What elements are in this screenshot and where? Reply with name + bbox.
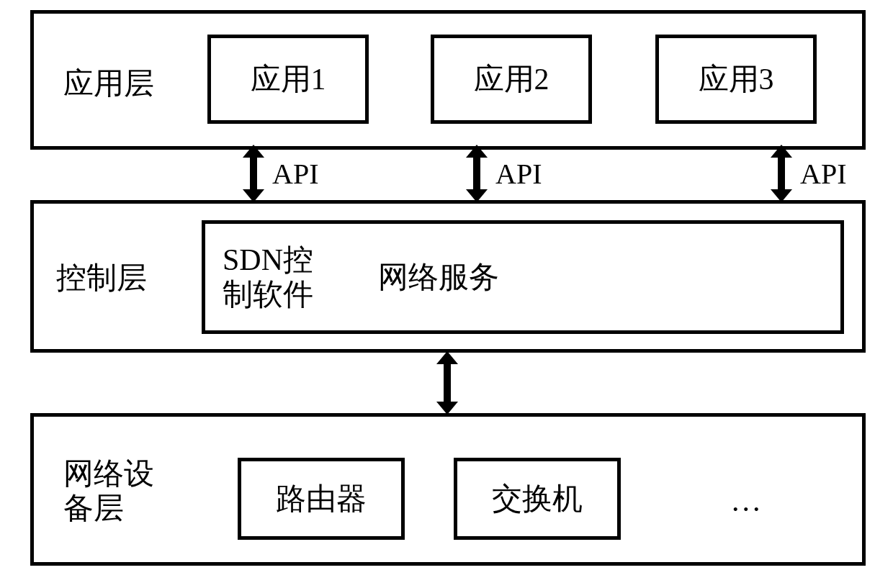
network-service-label: 网络服务 [378, 260, 499, 294]
device-layer-title: 网络设 备层 [63, 456, 154, 526]
api-label-3: API [800, 157, 846, 191]
control-inner-box: SDN控 制软件 网络服务 [202, 220, 844, 334]
router-label: 路由器 [276, 481, 367, 516]
control-device-arrow [436, 351, 458, 415]
sdn-architecture-diagram: 应用层 应用1 应用2 应用3 API API API 控制层 SDN控 制软件… [0, 0, 893, 588]
app-3-label: 应用3 [699, 62, 774, 96]
sdn-software-label: SDN控 制软件 [223, 243, 313, 312]
application-layer-title: 应用层 [63, 66, 154, 101]
switch-label: 交换机 [492, 481, 583, 516]
switch-box: 交换机 [454, 458, 621, 540]
app-1-label: 应用1 [251, 62, 326, 96]
api-label-1: API [272, 157, 318, 191]
device-ellipsis: ... [732, 484, 763, 518]
control-layer-title: 控制层 [56, 261, 147, 295]
app-2-box: 应用2 [431, 35, 592, 124]
api-arrow-1 [243, 145, 264, 202]
app-2-label: 应用2 [474, 62, 549, 96]
api-label-2: API [495, 157, 542, 191]
app-3-box: 应用3 [655, 35, 817, 124]
api-arrow-3 [771, 145, 792, 202]
app-1-box: 应用1 [207, 35, 369, 124]
api-arrow-2 [466, 145, 488, 202]
router-box: 路由器 [238, 458, 405, 540]
